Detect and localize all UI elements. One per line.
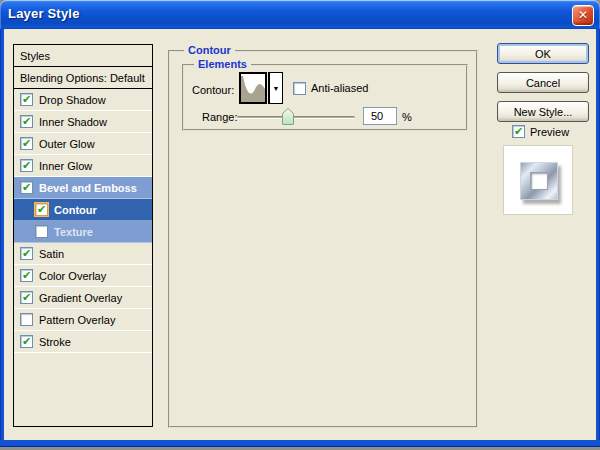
screen: Layer Style ✕ StylesBlending Options: De… bbox=[0, 0, 600, 450]
ok-button[interactable]: OK bbox=[497, 43, 589, 64]
elements-group: Elements Contour: ▼ Anti-aliased bbox=[182, 64, 468, 131]
preview-checkbox[interactable]: ✔ bbox=[512, 125, 525, 138]
sidebar-item-outer-glow[interactable]: ✔Outer Glow bbox=[14, 133, 152, 155]
cancel-button[interactable]: Cancel bbox=[497, 72, 589, 93]
range-slider-track[interactable] bbox=[237, 116, 355, 119]
slider-thumb-icon bbox=[282, 108, 294, 125]
anti-aliased-label: Anti-aliased bbox=[311, 82, 368, 94]
sidebar-item-inner-glow[interactable]: ✔Inner Glow bbox=[14, 155, 152, 177]
styles-list: StylesBlending Options: Default✔Drop Sha… bbox=[13, 44, 153, 427]
contour-group: Contour Elements Contour: ▼ bbox=[168, 50, 478, 428]
unchecked-checkbox-icon[interactable] bbox=[35, 225, 48, 238]
checked-checkbox-icon[interactable]: ✔ bbox=[35, 203, 48, 216]
new-style-button[interactable]: New Style... bbox=[497, 101, 589, 122]
range-unit-label: % bbox=[402, 108, 412, 126]
close-button[interactable]: ✕ bbox=[572, 5, 594, 26]
sidebar-item-label: Pattern Overlay bbox=[39, 314, 115, 326]
style-preview-swatch bbox=[503, 145, 573, 215]
sidebar-item-label: Drop Shadow bbox=[39, 94, 106, 106]
chevron-down-icon: ▼ bbox=[273, 85, 280, 92]
preview-label: Preview bbox=[530, 126, 569, 138]
sidebar-item-label: Blending Options: Default bbox=[20, 72, 145, 84]
sidebar-item-label: Gradient Overlay bbox=[39, 292, 122, 304]
sidebar-item-pattern-overlay[interactable]: Pattern Overlay bbox=[14, 309, 152, 331]
dialog-body: StylesBlending Options: Default✔Drop Sha… bbox=[4, 29, 596, 440]
contour-field-label: Contour: bbox=[192, 74, 234, 106]
checked-checkbox-icon[interactable]: ✔ bbox=[20, 159, 33, 172]
elements-group-label: Elements bbox=[194, 58, 251, 70]
sidebar-item-satin[interactable]: ✔Satin bbox=[14, 243, 152, 265]
sidebar-item-label: Satin bbox=[39, 248, 64, 260]
titlebar[interactable]: Layer Style ✕ bbox=[0, 0, 600, 29]
sidebar-item-label: Outer Glow bbox=[39, 138, 95, 150]
sidebar-item-styles[interactable]: Styles bbox=[14, 45, 152, 67]
sidebar-item-label: Inner Glow bbox=[39, 160, 92, 172]
close-icon: ✕ bbox=[578, 8, 588, 22]
contour-curve-icon bbox=[241, 74, 265, 102]
anti-aliased-row: Anti-aliased bbox=[293, 72, 368, 104]
preview-option: ✔ Preview bbox=[512, 125, 569, 138]
unchecked-checkbox-icon[interactable] bbox=[20, 313, 33, 326]
sidebar-item-label: Inner Shadow bbox=[39, 116, 107, 128]
sidebar-item-drop-shadow[interactable]: ✔Drop Shadow bbox=[14, 89, 152, 111]
checked-checkbox-icon[interactable]: ✔ bbox=[20, 247, 33, 260]
window-border-right bbox=[596, 29, 600, 447]
contour-thumbnail[interactable] bbox=[239, 72, 267, 104]
sidebar-item-label: Styles bbox=[20, 50, 50, 62]
range-field-label: Range: bbox=[202, 108, 237, 126]
sidebar-item-label: Color Overlay bbox=[39, 270, 106, 282]
sidebar-item-color-overlay[interactable]: ✔Color Overlay bbox=[14, 265, 152, 287]
contour-group-label: Contour bbox=[184, 44, 235, 56]
sidebar-item-bevel-and-emboss[interactable]: ✔Bevel and Emboss bbox=[14, 177, 152, 199]
checked-checkbox-icon[interactable]: ✔ bbox=[20, 181, 33, 194]
range-input[interactable] bbox=[363, 107, 397, 125]
checked-checkbox-icon[interactable]: ✔ bbox=[20, 137, 33, 150]
sidebar-item-label: Contour bbox=[54, 204, 97, 216]
sidebar-item-label: Stroke bbox=[39, 336, 71, 348]
contour-picker[interactable]: ▼ bbox=[239, 72, 283, 104]
style-preview-thumbnail bbox=[520, 162, 558, 200]
range-slider[interactable] bbox=[237, 108, 355, 126]
sidebar-item-blending-options-default[interactable]: Blending Options: Default bbox=[14, 67, 152, 89]
sidebar-item-texture[interactable]: Texture bbox=[14, 221, 152, 243]
sidebar-item-contour[interactable]: ✔Contour bbox=[14, 199, 152, 221]
contour-dropdown-button[interactable]: ▼ bbox=[268, 72, 283, 104]
checked-checkbox-icon[interactable]: ✔ bbox=[20, 115, 33, 128]
checked-checkbox-icon[interactable]: ✔ bbox=[20, 291, 33, 304]
anti-aliased-checkbox[interactable] bbox=[293, 82, 306, 95]
style-preview-inner bbox=[530, 172, 548, 190]
sidebar-item-stroke[interactable]: ✔Stroke bbox=[14, 331, 152, 353]
checked-checkbox-icon[interactable]: ✔ bbox=[20, 335, 33, 348]
checked-checkbox-icon[interactable]: ✔ bbox=[20, 269, 33, 282]
checked-checkbox-icon[interactable]: ✔ bbox=[20, 93, 33, 106]
sidebar-item-gradient-overlay[interactable]: ✔Gradient Overlay bbox=[14, 287, 152, 309]
range-slider-thumb[interactable] bbox=[282, 108, 294, 125]
sidebar-item-inner-shadow[interactable]: ✔Inner Shadow bbox=[14, 111, 152, 133]
window-border-bottom bbox=[0, 440, 600, 447]
sidebar-item-label: Bevel and Emboss bbox=[39, 182, 137, 194]
check-icon: ✔ bbox=[514, 126, 523, 137]
window-title: Layer Style bbox=[8, 6, 80, 21]
sidebar-item-label: Texture bbox=[54, 226, 93, 238]
